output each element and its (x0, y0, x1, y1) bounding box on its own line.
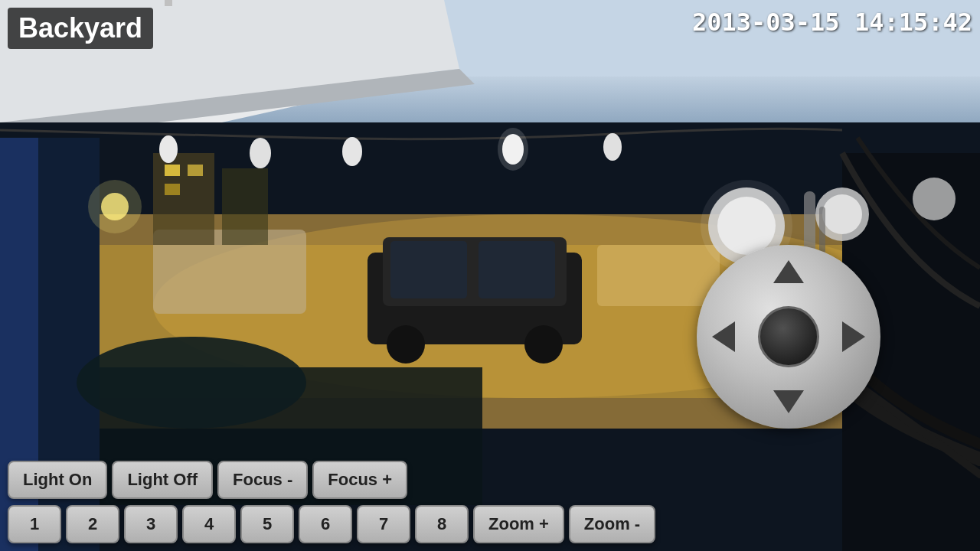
dpad-center-button[interactable] (758, 306, 819, 367)
preset-2-button[interactable]: 2 (66, 505, 119, 543)
dpad-left-button[interactable] (712, 321, 735, 352)
preset-5-button[interactable]: 5 (240, 505, 294, 543)
focus-plus-button[interactable]: Focus + (312, 461, 407, 499)
control-row-1: Light OnLight OffFocus -Focus + (8, 461, 407, 499)
control-row-2: 12345678Zoom +Zoom - (8, 505, 655, 543)
preset-4-button[interactable]: 4 (182, 505, 236, 543)
dpad-up-button[interactable] (773, 260, 804, 283)
light-off-button[interactable]: Light Off (112, 461, 213, 499)
dpad-container (697, 245, 880, 444)
zoom-plus-button[interactable]: Zoom + (473, 505, 564, 543)
dpad-down-button[interactable] (773, 390, 804, 413)
dpad (697, 245, 880, 429)
preset-3-button[interactable]: 3 (124, 505, 178, 543)
timestamp-display: 2013-03-15 14:15:42 (692, 8, 972, 37)
dpad-right-button[interactable] (842, 321, 865, 352)
preset-1-button[interactable]: 1 (8, 505, 61, 543)
preset-6-button[interactable]: 6 (299, 505, 352, 543)
controls-bar: Light OnLight OffFocus -Focus + 12345678… (0, 436, 980, 551)
light-on-button[interactable]: Light On (8, 461, 107, 499)
preset-8-button[interactable]: 8 (415, 505, 469, 543)
camera-view: Backyard 2013-03-15 14:15:42 Light OnLig… (0, 0, 980, 551)
focus-minus-button[interactable]: Focus - (217, 461, 308, 499)
location-label: Backyard (8, 8, 153, 49)
preset-7-button[interactable]: 7 (357, 505, 410, 543)
zoom-minus-button[interactable]: Zoom - (569, 505, 655, 543)
